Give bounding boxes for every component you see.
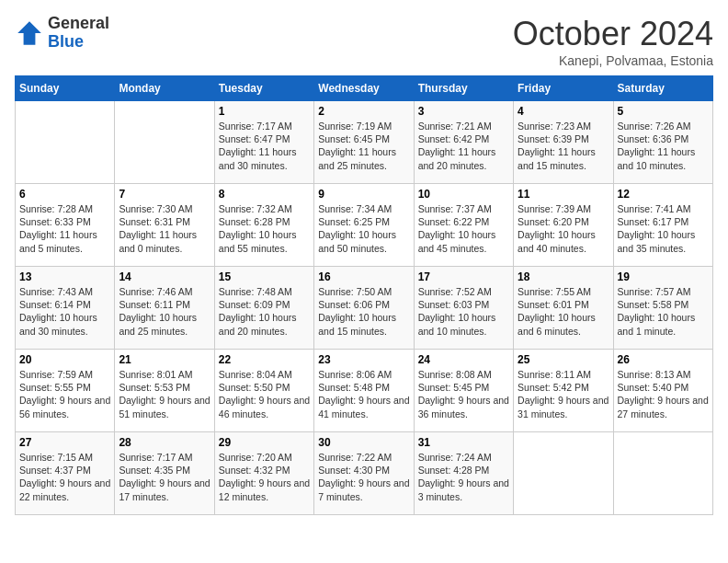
day-info: Sunrise: 7:37 AMSunset: 6:22 PMDaylight:… [418, 202, 509, 255]
day-number: 22 [219, 353, 310, 366]
calendar-cell: 16Sunrise: 7:50 AMSunset: 6:06 PMDayligh… [314, 267, 414, 350]
day-number: 9 [318, 188, 409, 201]
day-info: Sunrise: 7:22 AMSunset: 4:30 PMDaylight:… [318, 451, 409, 503]
calendar-week-4: 20Sunrise: 7:59 AMSunset: 5:55 PMDayligh… [16, 350, 713, 432]
day-info: Sunrise: 7:21 AMSunset: 6:42 PMDaylight:… [418, 120, 509, 172]
calendar-cell: 26Sunrise: 8:13 AMSunset: 5:40 PMDayligh… [613, 350, 712, 432]
day-number: 3 [418, 105, 509, 118]
day-info: Sunrise: 8:08 AMSunset: 5:45 PMDaylight:… [418, 368, 509, 420]
header-day-wednesday: Wednesday [314, 76, 414, 101]
calendar-cell [613, 432, 712, 515]
calendar-week-5: 27Sunrise: 7:15 AMSunset: 4:37 PMDayligh… [16, 432, 713, 515]
day-info: Sunrise: 7:17 AMSunset: 4:35 PMDaylight:… [119, 451, 210, 503]
day-info: Sunrise: 7:50 AMSunset: 6:06 PMDaylight:… [318, 285, 409, 338]
header-day-monday: Monday [115, 76, 214, 101]
day-info: Sunrise: 7:34 AMSunset: 6:25 PMDaylight:… [318, 202, 409, 255]
day-number: 16 [318, 270, 409, 283]
header-day-saturday: Saturday [613, 76, 712, 101]
svg-marker-0 [17, 21, 41, 45]
calendar-week-1: 1Sunrise: 7:17 AMSunset: 6:47 PMDaylight… [16, 101, 713, 184]
day-info: Sunrise: 7:43 AMSunset: 6:14 PMDaylight:… [19, 285, 110, 338]
logo: General Blue [15, 15, 109, 52]
location-subtitle: Kanepi, Polvamaa, Estonia [513, 53, 713, 68]
logo-text: General Blue [48, 15, 109, 52]
calendar-cell [514, 432, 613, 515]
calendar-cell: 6Sunrise: 7:28 AMSunset: 6:33 PMDaylight… [16, 184, 115, 267]
calendar-cell: 29Sunrise: 7:20 AMSunset: 4:32 PMDayligh… [214, 432, 313, 515]
calendar-cell: 5Sunrise: 7:26 AMSunset: 6:36 PMDaylight… [613, 101, 712, 184]
day-info: Sunrise: 7:55 AMSunset: 6:01 PMDaylight:… [518, 285, 609, 338]
day-info: Sunrise: 8:11 AMSunset: 5:42 PMDaylight:… [518, 368, 609, 420]
header-day-sunday: Sunday [16, 76, 115, 101]
calendar-cell: 9Sunrise: 7:34 AMSunset: 6:25 PMDaylight… [314, 184, 414, 267]
day-number: 23 [318, 353, 409, 366]
logo-icon [15, 18, 44, 48]
day-info: Sunrise: 7:20 AMSunset: 4:32 PMDaylight:… [219, 451, 310, 503]
day-number: 26 [618, 353, 709, 366]
day-number: 15 [219, 270, 310, 283]
calendar-cell: 25Sunrise: 8:11 AMSunset: 5:42 PMDayligh… [514, 350, 613, 432]
calendar-cell [115, 101, 214, 184]
day-number: 29 [219, 436, 310, 449]
logo-general: General [48, 14, 109, 32]
calendar-cell: 21Sunrise: 8:01 AMSunset: 5:53 PMDayligh… [115, 350, 214, 432]
day-info: Sunrise: 8:01 AMSunset: 5:53 PMDaylight:… [119, 368, 210, 420]
calendar-cell: 3Sunrise: 7:21 AMSunset: 6:42 PMDaylight… [414, 101, 513, 184]
calendar-cell: 14Sunrise: 7:46 AMSunset: 6:11 PMDayligh… [115, 267, 214, 350]
day-number: 28 [119, 436, 210, 449]
day-info: Sunrise: 7:24 AMSunset: 4:28 PMDaylight:… [418, 451, 509, 503]
day-number: 25 [518, 353, 609, 366]
calendar-cell: 1Sunrise: 7:17 AMSunset: 6:47 PMDaylight… [214, 101, 313, 184]
day-info: Sunrise: 7:59 AMSunset: 5:55 PMDaylight:… [19, 368, 110, 420]
calendar-cell: 13Sunrise: 7:43 AMSunset: 6:14 PMDayligh… [16, 267, 115, 350]
day-info: Sunrise: 7:48 AMSunset: 6:09 PMDaylight:… [219, 285, 310, 338]
calendar-cell: 15Sunrise: 7:48 AMSunset: 6:09 PMDayligh… [214, 267, 313, 350]
calendar-cell: 31Sunrise: 7:24 AMSunset: 4:28 PMDayligh… [414, 432, 513, 515]
calendar-cell: 30Sunrise: 7:22 AMSunset: 4:30 PMDayligh… [314, 432, 414, 515]
day-number: 18 [518, 270, 609, 283]
calendar-cell: 8Sunrise: 7:32 AMSunset: 6:28 PMDaylight… [214, 184, 313, 267]
day-number: 27 [19, 436, 110, 449]
day-number: 21 [119, 353, 210, 366]
header-day-friday: Friday [514, 76, 613, 101]
day-info: Sunrise: 8:06 AMSunset: 5:48 PMDaylight:… [318, 368, 409, 420]
day-number: 7 [119, 188, 210, 201]
calendar-cell: 28Sunrise: 7:17 AMSunset: 4:35 PMDayligh… [115, 432, 214, 515]
day-info: Sunrise: 7:57 AMSunset: 5:58 PMDaylight:… [618, 285, 709, 338]
calendar-week-2: 6Sunrise: 7:28 AMSunset: 6:33 PMDaylight… [16, 184, 713, 267]
day-number: 10 [418, 188, 509, 201]
day-number: 20 [19, 353, 110, 366]
day-info: Sunrise: 7:52 AMSunset: 6:03 PMDaylight:… [418, 285, 509, 338]
day-number: 11 [518, 188, 609, 201]
day-info: Sunrise: 7:39 AMSunset: 6:20 PMDaylight:… [518, 202, 609, 255]
day-info: Sunrise: 8:04 AMSunset: 5:50 PMDaylight:… [219, 368, 310, 420]
calendar-cell: 2Sunrise: 7:19 AMSunset: 6:45 PMDaylight… [314, 101, 414, 184]
day-number: 13 [19, 270, 110, 283]
calendar-cell: 20Sunrise: 7:59 AMSunset: 5:55 PMDayligh… [16, 350, 115, 432]
calendar-cell: 12Sunrise: 7:41 AMSunset: 6:17 PMDayligh… [613, 184, 712, 267]
calendar-cell: 11Sunrise: 7:39 AMSunset: 6:20 PMDayligh… [514, 184, 613, 267]
calendar-cell: 17Sunrise: 7:52 AMSunset: 6:03 PMDayligh… [414, 267, 513, 350]
day-number: 19 [618, 270, 709, 283]
day-number: 14 [119, 270, 210, 283]
calendar-cell: 22Sunrise: 8:04 AMSunset: 5:50 PMDayligh… [214, 350, 313, 432]
day-info: Sunrise: 7:26 AMSunset: 6:36 PMDaylight:… [618, 120, 709, 172]
calendar-cell: 19Sunrise: 7:57 AMSunset: 5:58 PMDayligh… [613, 267, 712, 350]
day-info: Sunrise: 7:15 AMSunset: 4:37 PMDaylight:… [19, 451, 110, 503]
day-number: 2 [318, 105, 409, 118]
logo-blue: Blue [48, 32, 84, 51]
calendar-cell: 10Sunrise: 7:37 AMSunset: 6:22 PMDayligh… [414, 184, 513, 267]
calendar-cell: 23Sunrise: 8:06 AMSunset: 5:48 PMDayligh… [314, 350, 414, 432]
day-number: 8 [219, 188, 310, 201]
day-info: Sunrise: 7:30 AMSunset: 6:31 PMDaylight:… [119, 202, 210, 255]
day-info: Sunrise: 7:28 AMSunset: 6:33 PMDaylight:… [19, 202, 110, 255]
day-info: Sunrise: 7:32 AMSunset: 6:28 PMDaylight:… [219, 202, 310, 255]
day-number: 24 [418, 353, 509, 366]
header-day-thursday: Thursday [414, 76, 513, 101]
calendar-cell: 24Sunrise: 8:08 AMSunset: 5:45 PMDayligh… [414, 350, 513, 432]
day-number: 4 [518, 105, 609, 118]
calendar-table: SundayMondayTuesdayWednesdayThursdayFrid… [15, 75, 713, 515]
day-number: 12 [618, 188, 709, 201]
calendar-cell [16, 101, 115, 184]
title-block: October 2024 Kanepi, Polvamaa, Estonia [513, 15, 713, 68]
